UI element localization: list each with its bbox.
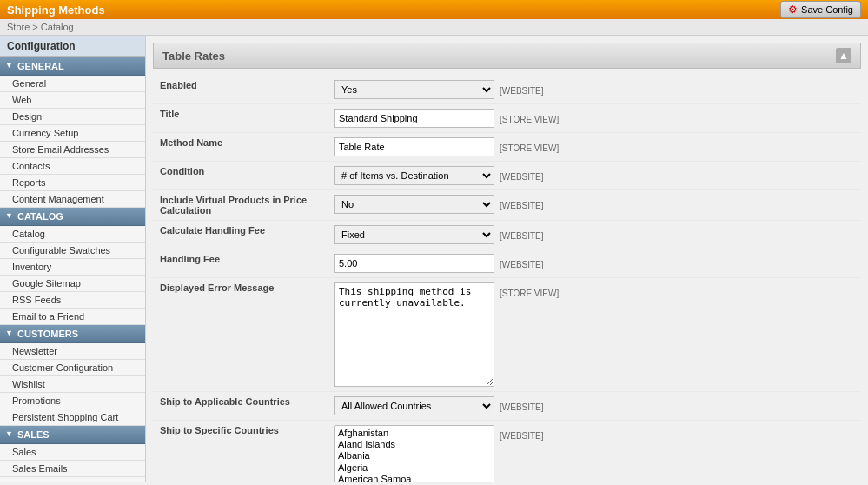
breadcrumb: Store > Catalog [0,19,868,36]
sidebar-item-email-to-a-friend[interactable]: Email to a Friend [0,309,145,325]
condition-label: Condition [160,166,204,176]
title-label: Title [160,109,179,119]
save-config-button[interactable]: ⚙ Save Config [780,1,861,18]
condition-select[interactable]: # of Items vs. Destination Weight vs. De… [334,166,494,185]
sidebar-sales-items: Sales Sales Emails PDF Print-outs Tax Ch… [0,444,145,482]
calc-handling-fee-scope: [WEBSITE] [500,225,544,241]
sidebar-catalog-items: Catalog Configurable Swatches Inventory … [0,226,145,325]
field-title: Title [STORE VIEW] [153,104,861,133]
title-scope: [STORE VIEW] [500,109,559,124]
field-enabled: Enabled Yes No [WEBSITE] [153,76,861,104]
sidebar-general-items: General Web Design Currency Setup Store … [0,76,145,208]
sidebar-item-design[interactable]: Design [0,109,145,125]
sidebar-customers-items: Newsletter Customer Configuration Wishli… [0,343,145,426]
sidebar-item-wishlist[interactable]: Wishlist [0,376,145,393]
sidebar-item-sales[interactable]: Sales [0,444,145,461]
sidebar-section-catalog[interactable]: CATALOG [0,208,145,226]
include-virtual-label: Include Virtual Products in Price Calcul… [160,195,307,216]
sidebar-section-customers[interactable]: CUSTOMERS [0,325,145,343]
ship-specific-label: Ship to Specific Countries [160,425,279,435]
ship-specific-select[interactable]: Afghanistan Aland Islands Albania Algeri… [334,425,494,482]
calc-handling-fee-select[interactable]: Fixed Percent [334,225,494,244]
field-ship-to-specific: Ship to Specific Countries Afghanistan A… [153,421,861,483]
sidebar-item-reports[interactable]: Reports [0,175,145,191]
field-calculate-handling-fee: Calculate Handling Fee Fixed Percent [WE… [153,221,861,249]
field-include-virtual: Include Virtual Products in Price Calcul… [153,190,861,221]
sidebar-item-contacts[interactable]: Contacts [0,158,145,175]
sidebar-item-newsletter[interactable]: Newsletter [0,343,145,360]
ship-applicable-scope: [WEBSITE] [500,396,544,412]
calc-handling-fee-label: Calculate Handling Fee [160,225,265,236]
page-header-title: Shipping Methods [7,3,105,17]
condition-scope: [WEBSITE] [500,166,544,182]
sidebar-item-store-email-addresses[interactable]: Store Email Addresses [0,142,145,158]
sidebar-item-pdf-print-outs[interactable]: PDF Print-outs [0,477,145,482]
sidebar-item-sales-emails[interactable]: Sales Emails [0,461,145,477]
ship-applicable-select[interactable]: All Allowed Countries Specific Countries [334,396,494,415]
include-virtual-select[interactable]: Yes No [334,195,494,214]
method-name-label: Method Name [160,137,222,148]
method-name-scope: [STORE VIEW] [500,137,559,153]
sidebar-item-inventory[interactable]: Inventory [0,259,145,276]
sidebar-item-promotions[interactable]: Promotions [0,393,145,409]
include-virtual-scope: [WEBSITE] [500,195,544,210]
error-message-scope: [STORE VIEW] [500,282,559,298]
field-condition: Condition # of Items vs. Destination Wei… [153,162,861,190]
sidebar-item-customer-configuration[interactable]: Customer Configuration [0,360,145,376]
error-message-label: Displayed Error Message [160,282,274,293]
collapse-button[interactable]: ▲ [836,48,851,63]
sidebar: Configuration GENERAL General Web Design… [0,36,146,482]
ship-specific-scope: [WEBSITE] [500,425,544,441]
handling-fee-label: Handling Fee [160,254,220,264]
sidebar-item-web[interactable]: Web [0,92,145,109]
error-message-textarea[interactable]: This shipping method is currently unavai… [334,282,494,387]
field-displayed-error-message: Displayed Error Message This shipping me… [153,278,861,392]
form-table: Enabled Yes No [WEBSITE] Title [153,76,861,482]
handling-fee-input[interactable] [334,254,494,273]
sidebar-item-currency-setup[interactable]: Currency Setup [0,125,145,142]
enabled-scope: [WEBSITE] [500,80,544,96]
enabled-label: Enabled [160,80,197,90]
sidebar-item-persistent-shopping-cart[interactable]: Persistent Shopping Cart [0,409,145,426]
method-name-input[interactable] [334,137,494,156]
sidebar-section-general[interactable]: GENERAL [0,57,145,76]
enabled-select[interactable]: Yes No [334,80,494,99]
sidebar-item-content-management[interactable]: Content Management [0,191,145,208]
section-header: Table Rates ▲ [153,43,861,69]
field-handling-fee: Handling Fee [WEBSITE] [153,249,861,278]
sidebar-config-title: Configuration [0,36,145,57]
main-content: Table Rates ▲ Enabled Yes No [WEBSITE] [146,36,868,482]
ship-applicable-label: Ship to Applicable Countries [160,396,290,407]
field-ship-to-applicable: Ship to Applicable Countries All Allowed… [153,392,861,421]
section-title: Table Rates [162,50,225,63]
sidebar-item-general[interactable]: General [0,76,145,92]
sidebar-item-configurable-swatches[interactable]: Configurable Swatches [0,242,145,259]
sidebar-item-catalog[interactable]: Catalog [0,226,145,242]
title-input[interactable] [334,109,494,128]
field-method-name: Method Name [STORE VIEW] [153,133,861,162]
handling-fee-scope: [WEBSITE] [500,254,544,269]
save-config-label: Save Config [801,4,853,15]
sidebar-item-google-sitemap[interactable]: Google Sitemap [0,276,145,292]
sidebar-item-rss-feeds[interactable]: RSS Feeds [0,292,145,309]
save-icon: ⚙ [788,3,798,16]
sidebar-section-sales[interactable]: SALES [0,426,145,444]
